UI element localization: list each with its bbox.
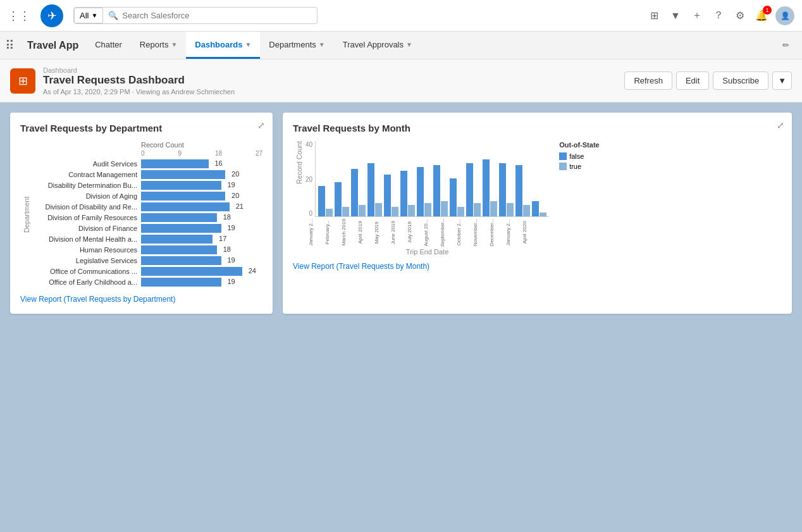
subscribe-dropdown-button[interactable]: ▼: [772, 71, 792, 90]
col-x-label: September...: [440, 218, 454, 247]
bar-label: Division of Mental Health a...: [30, 235, 141, 243]
bar-row: Division of Disability and Re... 21: [30, 202, 262, 211]
col-bar-false: [367, 163, 374, 216]
col-bar-wrap: [483, 159, 497, 216]
settings-icon[interactable]: ⚙: [732, 8, 748, 23]
avatar[interactable]: 👤: [775, 6, 794, 25]
nav-reports[interactable]: Reports ▼: [131, 32, 186, 59]
bar-track: 16: [141, 159, 255, 168]
bar-label: Audit Services: [30, 160, 141, 168]
dashboard-info: Dashboard Travel Requests Dashboard As o…: [43, 66, 235, 96]
nav-travel-approvals-chevron: ▼: [406, 41, 412, 48]
legend-true-label: true: [569, 163, 581, 170]
left-chart-view-report[interactable]: View Report (Travel Requests by Departme…: [20, 295, 175, 304]
search-type-chevron: ▼: [91, 12, 97, 19]
x-tick-0: 0: [141, 150, 145, 157]
legend-false: false: [559, 152, 600, 160]
col-bar-false: [483, 159, 490, 216]
bar-track: 18: [141, 245, 255, 254]
nav-icon-2[interactable]: ▼: [668, 8, 683, 23]
nav-edit-icon[interactable]: ✏: [775, 32, 797, 59]
app-name: Travel App: [20, 32, 86, 59]
col-bar-wrap: [433, 165, 448, 216]
bar-fill: 21: [141, 202, 230, 211]
nav-dashboards-label: Dashboards: [195, 40, 242, 49]
right-chart-main: Record Count 40 20 0: [293, 141, 549, 256]
col-bar-true: [474, 203, 481, 216]
nav-dashboards[interactable]: Dashboards ▼: [186, 32, 260, 59]
col-group: [367, 140, 382, 216]
col-bar-false: [351, 169, 358, 216]
bar-y-axis-label-text: Department: [23, 197, 30, 233]
bar-rows-container: Audit Services 16 Contract Management 20…: [30, 159, 262, 287]
x-tick-27: 27: [256, 150, 262, 157]
bar-track: 24: [141, 267, 255, 276]
right-chart-plot-area: 40 20 0: [305, 141, 549, 256]
bar-fill: 18: [141, 213, 217, 222]
right-chart-card: Travel Requests by Month ⤢ Record Count …: [283, 113, 792, 314]
search-input[interactable]: [122, 11, 312, 20]
left-chart-expand-icon[interactable]: ⤢: [257, 120, 265, 130]
nav-dashboards-chevron: ▼: [245, 41, 251, 48]
right-chart-view-report[interactable]: View Report (Travel Requests by Month): [293, 262, 429, 271]
subscribe-button[interactable]: Subscribe: [713, 71, 768, 90]
col-group: [433, 140, 448, 216]
col-x-label: June 2019: [390, 218, 405, 247]
bar-value: 18: [218, 213, 231, 221]
bar-value: 19: [223, 256, 235, 264]
dashboard-title-area: ⊞ Dashboard Travel Requests Dashboard As…: [10, 66, 235, 96]
secondary-nav: ⠿ Travel App Chatter Reports ▼ Dashboard…: [0, 32, 802, 59]
right-chart-plot-row: 40 20 0: [305, 141, 549, 217]
bar-fill: 18: [141, 245, 217, 254]
nav-travel-approvals-label: Travel Approvals: [343, 40, 404, 49]
waffle-icon[interactable]: ⠿: [5, 32, 15, 59]
right-chart-expand-icon[interactable]: ⤢: [777, 120, 784, 130]
search-type-selector[interactable]: All ▼: [74, 8, 103, 23]
right-chart-legend: Out-of-State false true: [549, 141, 600, 256]
col-bar-true: [490, 201, 497, 216]
bar-value: 19: [223, 224, 235, 232]
nav-chatter[interactable]: Chatter: [86, 32, 131, 59]
bar-row: Division of Mental Health a... 17: [30, 235, 262, 244]
bar-label: Contract Management: [30, 171, 141, 178]
bar-chart-x-header: Record Count: [30, 141, 262, 149]
nav-departments[interactable]: Departments ▼: [260, 32, 333, 59]
col-bar-wrap: [466, 163, 481, 216]
bar-row: Audit Services 16: [30, 159, 262, 168]
nav-departments-label: Departments: [269, 40, 316, 49]
col-bar-wrap: [335, 182, 349, 216]
bar-row: Legislative Services 19: [30, 256, 262, 265]
bar-label: Legislative Services: [30, 257, 141, 264]
add-icon[interactable]: ＋: [689, 8, 705, 23]
bar-label: Disability Determination Bu...: [30, 182, 141, 189]
col-chart-container: [315, 141, 549, 217]
bar-row: Contract Management 20: [30, 170, 262, 179]
bar-row: Division of Aging 20: [30, 192, 262, 201]
edit-button[interactable]: Edit: [676, 71, 709, 90]
nav-icon-1[interactable]: ⊞: [646, 8, 662, 23]
notification-badge: 1: [763, 6, 772, 15]
refresh-button[interactable]: Refresh: [624, 71, 672, 90]
col-bar-true: [408, 205, 415, 216]
bar-value: 21: [231, 202, 244, 210]
right-x-axis-title: Trip End Date: [305, 248, 549, 256]
col-bar-true: [457, 207, 464, 216]
col-bar-wrap: [450, 178, 464, 216]
x-tick-label: Record Count: [141, 141, 184, 149]
nav-travel-approvals[interactable]: Travel Approvals ▼: [334, 32, 421, 59]
col-group: [515, 140, 530, 216]
col-x-label: October 2...: [456, 218, 471, 247]
col-bar-true: [441, 201, 448, 216]
col-bar-true: [523, 205, 530, 216]
notification-icon[interactable]: 🔔 1: [754, 8, 769, 23]
left-chart-title: Travel Requests by Department: [20, 123, 262, 133]
bar-track: 21: [141, 202, 255, 211]
bar-label: Division of Disability and Re...: [30, 203, 141, 211]
grid-icon[interactable]: ⋮⋮: [8, 9, 30, 23]
bar-value: 16: [210, 159, 223, 167]
col-x-label: November...: [472, 218, 487, 247]
top-nav-right: ⊞ ▼ ＋ ？ ⚙ 🔔 1 👤: [646, 6, 794, 25]
help-icon[interactable]: ？: [711, 8, 726, 23]
search-icon: 🔍: [108, 11, 118, 20]
bar-fill: 17: [141, 235, 213, 244]
